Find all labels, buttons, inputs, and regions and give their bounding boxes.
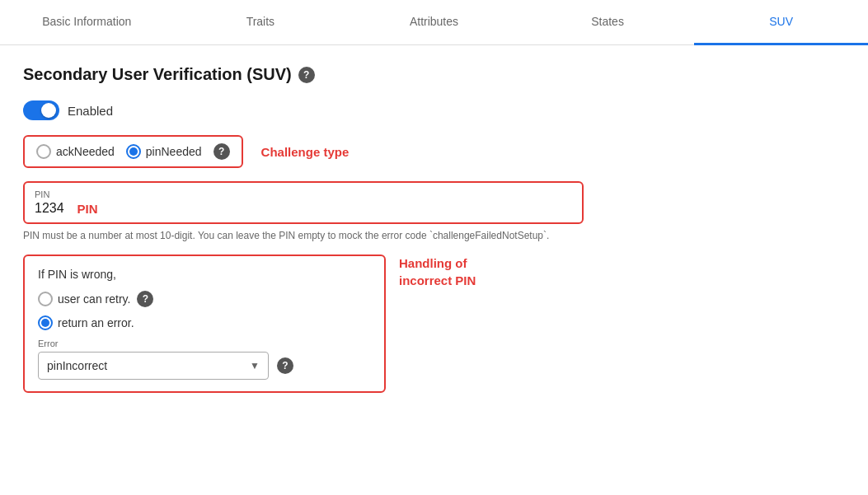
challenge-type-row: ackNeeded pinNeeded ? Challenge type <box>23 135 554 168</box>
radio-error[interactable]: return an error. <box>38 315 134 330</box>
radio-pin-label: pinNeeded <box>146 145 202 158</box>
error-help-icon[interactable]: ? <box>277 357 293 374</box>
incorrect-pin-box: If PIN is wrong, user can retry. ? retur… <box>23 255 386 393</box>
pin-section: PIN 1234 PIN PIN must be a number at mos… <box>23 181 554 243</box>
pin-input-wrapper[interactable]: PIN 1234 PIN <box>23 181 584 224</box>
handling-annotation-line2: incorrect PIN <box>399 272 476 289</box>
main-content: Secondary User Verification (SUV) ? Enab… <box>0 45 577 413</box>
tab-traits[interactable]: Traits <box>174 0 348 45</box>
pin-value: 1234 <box>35 201 64 216</box>
radio-error-row: return an error. <box>38 315 371 330</box>
incorrect-pin-title: If PIN is wrong, <box>38 268 371 281</box>
challenge-type-annotation: Challenge type <box>261 145 350 159</box>
pin-hint: PIN must be a number at most 10-digit. Y… <box>23 229 554 243</box>
enabled-toggle-row: Enabled <box>23 100 554 120</box>
tab-suv[interactable]: SUV <box>694 0 868 45</box>
handling-annotation: Handling of incorrect PIN <box>399 255 476 289</box>
error-dropdown-section: Error pinIncorrect ▼ ? <box>38 339 371 380</box>
radio-retry-label: user can retry. <box>58 292 130 306</box>
radio-pin-outer <box>126 144 141 159</box>
tab-attributes[interactable]: Attributes <box>347 0 521 45</box>
tab-bar: Basic Information Traits Attributes Stat… <box>0 0 868 45</box>
radio-ack-outer <box>36 144 51 159</box>
dropdown-row: pinIncorrect ▼ ? <box>38 352 371 380</box>
radio-retry[interactable]: user can retry. <box>38 292 130 306</box>
radio-error-inner <box>41 319 49 327</box>
error-dropdown[interactable]: pinIncorrect ▼ <box>38 352 269 380</box>
tab-states[interactable]: States <box>521 0 695 45</box>
tab-basic-information[interactable]: Basic Information <box>0 0 174 45</box>
radio-ack-needed[interactable]: ackNeeded <box>36 144 115 159</box>
radio-retry-outer <box>38 292 53 306</box>
challenge-help-icon[interactable]: ? <box>213 143 230 160</box>
challenge-type-box: ackNeeded pinNeeded ? <box>23 135 243 168</box>
section-title: Secondary User Verification (SUV) ? <box>23 65 554 84</box>
pin-value-row: 1234 PIN <box>35 201 572 216</box>
error-dropdown-value: pinIncorrect <box>47 359 107 372</box>
radio-ack-label: ackNeeded <box>56 145 115 158</box>
pin-annotation: PIN <box>77 202 98 216</box>
title-help-icon[interactable]: ? <box>298 67 315 83</box>
handling-annotation-line1: Handling of <box>399 255 476 272</box>
dropdown-arrow-icon: ▼ <box>250 360 260 371</box>
radio-error-label: return an error. <box>58 316 134 329</box>
radio-error-outer <box>38 315 53 330</box>
radio-pin-needed[interactable]: pinNeeded <box>126 144 202 159</box>
error-dropdown-label: Error <box>38 339 371 348</box>
radio-retry-row: user can retry. ? <box>38 291 371 307</box>
enabled-toggle[interactable] <box>23 100 59 120</box>
retry-help-icon[interactable]: ? <box>137 291 153 307</box>
pin-field-label: PIN <box>35 189 572 199</box>
enabled-label: Enabled <box>68 104 113 118</box>
radio-pin-inner <box>129 147 138 156</box>
incorrect-pin-row: If PIN is wrong, user can retry. ? retur… <box>23 255 554 393</box>
page-title-text: Secondary User Verification (SUV) <box>23 65 292 84</box>
